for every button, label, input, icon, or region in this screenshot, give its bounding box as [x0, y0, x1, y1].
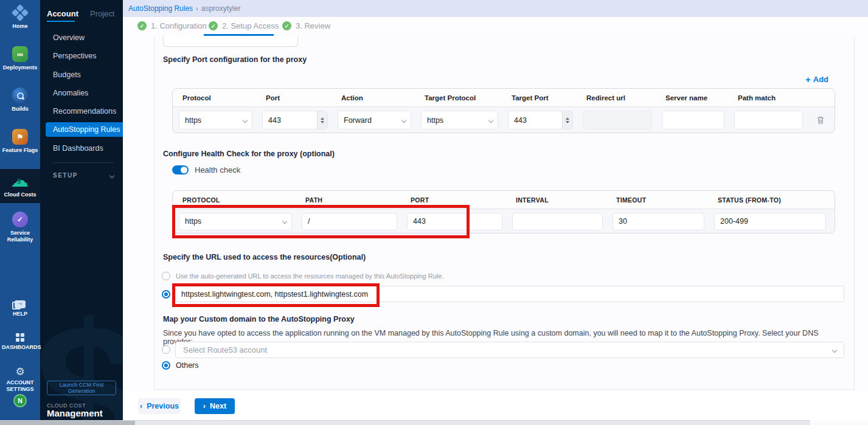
step-label: 3. Review	[296, 21, 330, 30]
tab-account[interactable]: Account	[47, 9, 78, 18]
col-target-protocol: Target Protocol	[415, 94, 502, 102]
app-root: Home ∞ Deployments Builds ⚑ Feature Flag…	[0, 0, 868, 425]
step-setup-access[interactable]: ✓ 2. Setup Access	[209, 21, 279, 30]
others-radio[interactable]	[162, 361, 170, 370]
step-label: 1. Configuration	[151, 21, 207, 30]
number-stepper[interactable]	[317, 111, 327, 129]
sidebar-item-autostopping-rules[interactable]: AutoStopping Rules	[46, 122, 123, 137]
custom-url-input-wrap	[175, 286, 844, 302]
chevron-down-icon	[488, 117, 493, 122]
action-select[interactable]: Forward	[338, 111, 411, 130]
rail-label: Home	[2, 23, 38, 30]
health-check-table: PROTOCOL PATH PORT INTERVAL TIMEOUT STAT…	[172, 190, 835, 233]
plus-icon: +	[805, 75, 811, 84]
avatar: N	[13, 394, 27, 407]
step-review[interactable]: ✓ 3. Review	[282, 21, 330, 30]
sidebar-item-overview[interactable]: Overview	[53, 33, 85, 42]
launch-ccm-first-gen-button[interactable]: Launch CCM First Generation	[47, 381, 116, 395]
col-redirect-url: Redirect url	[577, 94, 656, 102]
step-check-icon: ✓	[209, 21, 218, 30]
rail-item-help[interactable]: ? HELP	[0, 300, 40, 317]
sidebar-item-perspectives[interactable]: Perspectives	[53, 52, 97, 60]
others-option: Others	[162, 361, 199, 370]
rail-label: HELP	[2, 311, 38, 317]
chevron-down-icon	[832, 347, 837, 352]
wizard-footer: ‹ Previous › Next	[123, 391, 868, 420]
chevron-left-icon: ‹	[140, 402, 142, 410]
others-label: Others	[176, 361, 199, 370]
rail-item-builds[interactable]: Builds	[0, 88, 40, 112]
protocol-select[interactable]: https	[179, 111, 252, 130]
route53-account-select[interactable]: Select Route53 account	[175, 342, 844, 358]
trash-icon	[816, 116, 825, 125]
rail-item-account-settings[interactable]: ⚙ ACCOUNT SETTINGS	[0, 367, 40, 393]
active-step-underline	[204, 34, 274, 36]
previous-label: Previous	[147, 402, 179, 410]
health-path-input[interactable]	[302, 213, 397, 230]
path-match-input[interactable]	[734, 111, 803, 130]
health-timeout-input[interactable]	[613, 213, 704, 230]
health-port-input[interactable]	[407, 213, 502, 230]
target-protocol-select[interactable]: https	[421, 111, 498, 130]
health-status-input[interactable]	[714, 213, 826, 230]
rail-item-dashboards[interactable]: DASHBOARDS	[0, 333, 40, 351]
col-interval: INTERVAL	[506, 196, 606, 204]
add-port-row-button[interactable]: + Add	[805, 75, 828, 84]
col-port: Port	[256, 94, 332, 102]
breadcrumb-autostopping-rules-link[interactable]: AutoStopping Rules	[128, 4, 193, 13]
server-name-input[interactable]	[662, 111, 724, 130]
main-content: AutoStopping Rules › asproxytyler ✓ 1. C…	[123, 0, 868, 425]
step-configuration[interactable]: ✓ 1. Configuration	[137, 21, 207, 30]
feature-flags-icon: ⚑	[12, 129, 28, 145]
cloud-costs-icon: ☁ $	[10, 173, 30, 189]
port-config-title: Specify Port configuration for the proxy	[163, 55, 307, 64]
redirect-url-input[interactable]	[583, 111, 652, 130]
delete-row-button[interactable]	[807, 108, 835, 133]
sidebar-item-recommendations[interactable]: Recommendations	[53, 107, 116, 116]
number-stepper[interactable]	[562, 111, 572, 129]
rail-item-home[interactable]: Home	[0, 5, 40, 30]
target-port-input[interactable]: 443	[508, 111, 573, 130]
user-avatar-item[interactable]: N	[0, 394, 40, 407]
health-interval-input[interactable]	[512, 213, 603, 230]
module-rail: Home ∞ Deployments Builds ⚑ Feature Flag…	[0, 0, 40, 425]
col-action: Action	[332, 94, 415, 102]
col-path-match: Path match	[728, 94, 807, 102]
custom-url-radio[interactable]	[162, 290, 170, 299]
deployments-icon: ∞	[12, 46, 28, 62]
route53-radio[interactable]	[162, 345, 170, 354]
custom-url-input[interactable]	[176, 286, 844, 302]
health-protocol-select[interactable]: https	[179, 213, 292, 230]
health-check-toggle[interactable]	[172, 165, 189, 174]
auto-url-radio[interactable]	[162, 272, 170, 280]
dns-section-title: Map your Custom domain to the AutoStoppi…	[163, 315, 355, 323]
help-icon: ?	[15, 300, 26, 308]
col-path: PATH	[296, 196, 401, 204]
breadcrumb-current: asproxytyler	[201, 4, 241, 13]
module-sidebar: $ Account Project Overview Perspectives …	[40, 0, 123, 425]
chevron-down-icon	[243, 117, 248, 122]
product-name: Management	[47, 408, 103, 418]
wizard-steps: ✓ 1. Configuration ✓ 2. Setup Access ✓ 3…	[123, 17, 868, 36]
dashboards-icon	[16, 333, 24, 342]
previous-button[interactable]: ‹ Previous	[138, 398, 181, 414]
next-button[interactable]: › Next	[195, 398, 235, 414]
rail-item-service-reliability[interactable]: ✓ Service Reliability	[0, 212, 40, 243]
rail-label: Builds	[2, 106, 38, 112]
health-table-row: https	[173, 209, 835, 233]
scrollbar-thumb[interactable]	[0, 421, 135, 425]
breadcrumb: AutoStopping Rules › asproxytyler	[123, 0, 868, 17]
rail-item-cloud-costs[interactable]: ☁ $ Cloud Costs	[0, 173, 40, 198]
tab-project[interactable]: Project	[90, 9, 114, 18]
sidebar-setup-group[interactable]: SETUP	[53, 172, 114, 179]
next-label: Next	[210, 402, 226, 410]
rail-item-feature-flags[interactable]: ⚑ Feature Flags	[0, 129, 40, 154]
sidebar-divider	[53, 162, 114, 163]
sidebar-item-bi-dashboards[interactable]: BI Dashboards	[53, 144, 103, 153]
builds-icon	[12, 88, 28, 103]
sidebar-item-budgets[interactable]: Budgets	[53, 71, 81, 79]
sidebar-item-anomalies[interactable]: Anomalies	[53, 89, 88, 97]
rail-item-deployments[interactable]: ∞ Deployments	[0, 46, 40, 71]
col-protocol: PROTOCOL	[173, 196, 296, 204]
port-input[interactable]: 443	[262, 111, 328, 130]
